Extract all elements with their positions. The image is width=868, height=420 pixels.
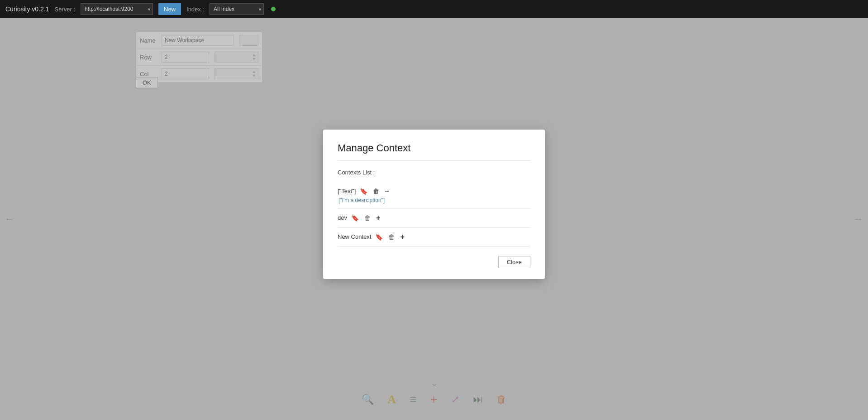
context-item-new: New Context 🔖 🗑 + xyxy=(338,228,530,246)
new-button[interactable]: New xyxy=(158,3,181,15)
context-minus-test-button[interactable]: − xyxy=(383,187,390,196)
context-bookmark-test-button[interactable]: 🔖 xyxy=(358,187,369,195)
context-plus-dev-button[interactable]: + xyxy=(375,213,382,222)
context-bookmark-dev-button[interactable]: 🔖 xyxy=(350,214,360,222)
context-name-new: New Context xyxy=(338,233,371,240)
context-delete-test-button[interactable]: 🗑 xyxy=(372,187,381,195)
server-select-wrap: http://localhost:9200 ▾ xyxy=(81,3,153,15)
context-item-new-row: New Context 🔖 🗑 + xyxy=(338,232,530,241)
main-area: Name Row ▲ ▼ Col ▲ ▼ O xyxy=(0,18,868,420)
contexts-list-label: Contexts List : xyxy=(338,169,530,176)
context-plus-new-button[interactable]: + xyxy=(399,232,405,241)
context-item-dev-row: dev 🔖 🗑 + xyxy=(338,213,530,222)
index-select-wrap: All Index ▾ xyxy=(210,3,264,15)
context-item-dev: dev 🔖 🗑 + xyxy=(338,209,530,227)
context-item-test: ["Test"] 🔖 🗑 − ["I'm a desrciption"] xyxy=(338,182,530,208)
server-select[interactable]: http://localhost:9200 xyxy=(81,3,153,15)
context-item-test-row: ["Test"] 🔖 🗑 − xyxy=(338,187,530,196)
topbar: Curiosity v0.2.1 Server : http://localho… xyxy=(0,0,868,18)
context-desc-test: ["I'm a desrciption"] xyxy=(338,197,530,203)
server-label: Server : xyxy=(54,6,75,13)
connection-status-dot xyxy=(271,7,276,11)
context-bookmark-new-button[interactable]: 🔖 xyxy=(374,233,384,241)
app-brand: Curiosity v0.2.1 xyxy=(5,5,49,13)
context-delete-dev-button[interactable]: 🗑 xyxy=(363,214,372,222)
manage-context-modal: Manage Context Contexts List : ["Test"] … xyxy=(323,130,545,279)
index-select[interactable]: All Index xyxy=(210,3,264,15)
index-label: Index : xyxy=(186,6,204,13)
modal-title: Manage Context xyxy=(338,142,530,161)
close-button[interactable]: Close xyxy=(498,256,530,268)
context-delete-new-button[interactable]: 🗑 xyxy=(387,233,396,241)
context-name-test: ["Test"] xyxy=(338,188,356,194)
context-name-dev: dev xyxy=(338,214,347,221)
modal-footer: Close xyxy=(338,256,530,268)
